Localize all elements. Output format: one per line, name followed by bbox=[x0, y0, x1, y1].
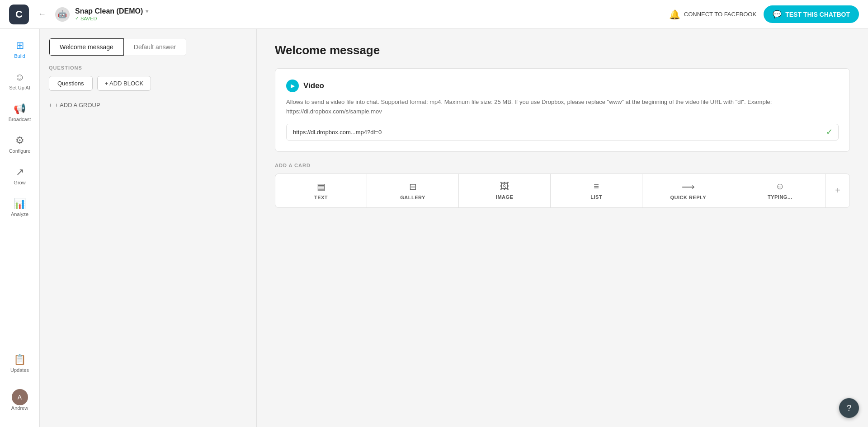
card-description: Allows to send a video file into chat. S… bbox=[286, 98, 839, 117]
check-icon: ✓ bbox=[821, 127, 838, 137]
ai-icon: ☺ bbox=[14, 71, 24, 83]
add-block-bar: Questions + ADD BLOCK bbox=[49, 76, 247, 91]
bot-name: Snap Clean (DEMO) ▾ bbox=[75, 7, 148, 15]
play-icon: ▶ bbox=[286, 80, 299, 92]
questions-section-label: QUESTIONS bbox=[49, 65, 247, 70]
sidebar-item-configure[interactable]: ⚙ Configure bbox=[3, 129, 37, 159]
image-card-icon: 🖼 bbox=[500, 181, 509, 192]
questions-button[interactable]: Questions bbox=[49, 76, 93, 91]
add-card-section: ADD A CARD ▤ TEXT ⊟ GALLERY 🖼 IMAGE ≡ LI… bbox=[275, 163, 850, 208]
card-type-typing[interactable]: ☺ TYPING... bbox=[734, 174, 826, 207]
plus-icon: + bbox=[835, 185, 840, 196]
header: C ← 🤖 Snap Clean (DEMO) ▾ ✓ SAVED 🔔 CONN… bbox=[0, 0, 868, 29]
sidebar-item-user[interactable]: A Andrew bbox=[3, 384, 37, 416]
gallery-card-label: GALLERY bbox=[400, 195, 425, 200]
plus-icon: + bbox=[49, 102, 52, 108]
sidebar-bottom: 📋 Updates A Andrew bbox=[3, 348, 37, 422]
text-card-label: TEXT bbox=[314, 195, 328, 200]
list-card-label: LIST bbox=[590, 194, 602, 200]
configure-icon: ⚙ bbox=[15, 135, 24, 146]
add-more-card-type-button[interactable]: + bbox=[826, 174, 849, 207]
bot-info: Snap Clean (DEMO) ▾ ✓ SAVED bbox=[75, 7, 148, 21]
analyze-icon: 📊 bbox=[14, 198, 26, 210]
image-card-label: IMAGE bbox=[496, 194, 514, 200]
card-type-image[interactable]: 🖼 IMAGE bbox=[459, 174, 551, 207]
updates-icon: 📋 bbox=[14, 354, 26, 366]
add-card-label: ADD A CARD bbox=[275, 163, 850, 168]
url-input-row: ✓ bbox=[286, 124, 839, 141]
page-title: Welcome message bbox=[275, 43, 850, 57]
quick-reply-label: QUICK REPLY bbox=[670, 195, 706, 200]
sidebar-item-broadcast[interactable]: 📢 Broadcast bbox=[3, 98, 37, 127]
card-title: Video bbox=[303, 81, 324, 90]
card-type-gallery[interactable]: ⊟ GALLERY bbox=[367, 174, 459, 207]
sidebar-item-setup-ai[interactable]: ☺ Set Up AI bbox=[3, 66, 37, 96]
card-types-bar: ▤ TEXT ⊟ GALLERY 🖼 IMAGE ≡ LIST ⟶ QUI bbox=[275, 174, 850, 208]
app-logo: C bbox=[9, 5, 29, 24]
typing-label: TYPING... bbox=[768, 194, 793, 200]
card-type-quick-reply[interactable]: ⟶ QUICK REPLY bbox=[642, 174, 734, 207]
bot-avatar: 🤖 bbox=[55, 7, 70, 22]
add-block-button[interactable]: + ADD BLOCK bbox=[97, 76, 151, 91]
grow-icon: ↗ bbox=[16, 166, 24, 178]
test-chatbot-button[interactable]: 💬 TEST THIS CHATBOT bbox=[764, 5, 859, 23]
main-layout: ⊞ Build ☺ Set Up AI 📢 Broadcast ⚙ Config… bbox=[0, 29, 868, 427]
typing-icon: ☺ bbox=[775, 181, 784, 192]
left-panel: Welcome message Default answer QUESTIONS… bbox=[40, 29, 257, 427]
add-group-button[interactable]: + + ADD A GROUP bbox=[49, 100, 247, 110]
sidebar-item-grow[interactable]: ↗ Grow bbox=[3, 161, 37, 191]
saved-badge: ✓ SAVED bbox=[75, 15, 148, 21]
sidebar: ⊞ Build ☺ Set Up AI 📢 Broadcast ⚙ Config… bbox=[0, 29, 40, 427]
list-card-icon: ≡ bbox=[594, 181, 599, 192]
quick-reply-icon: ⟶ bbox=[682, 181, 695, 192]
tab-bar: Welcome message Default answer bbox=[49, 38, 186, 56]
gallery-card-icon: ⊟ bbox=[409, 181, 417, 192]
tab-welcome-message[interactable]: Welcome message bbox=[49, 38, 124, 56]
video-card: ▶ Video Allows to send a video file into… bbox=[275, 68, 850, 152]
right-panel: Welcome message ▶ Video Allows to send a… bbox=[257, 29, 868, 427]
broadcast-icon: 📢 bbox=[14, 103, 26, 115]
sidebar-item-analyze[interactable]: 📊 Analyze bbox=[3, 192, 37, 222]
help-button[interactable]: ? bbox=[839, 398, 859, 418]
card-header: ▶ Video bbox=[286, 80, 839, 92]
header-right: 🔔 CONNECT TO FACEBOOK 💬 TEST THIS CHATBO… bbox=[669, 5, 859, 23]
check-icon: ✓ bbox=[75, 15, 79, 21]
chevron-down-icon: ▾ bbox=[146, 8, 148, 14]
sidebar-item-updates[interactable]: 📋 Updates bbox=[3, 348, 37, 378]
avatar: A bbox=[12, 389, 28, 405]
messenger-icon: 💬 bbox=[773, 10, 782, 19]
connect-facebook-button[interactable]: 🔔 CONNECT TO FACEBOOK bbox=[669, 9, 756, 20]
url-input[interactable] bbox=[287, 124, 821, 140]
back-button[interactable]: ← bbox=[34, 8, 50, 21]
card-type-text[interactable]: ▤ TEXT bbox=[275, 174, 367, 207]
tab-default-answer[interactable]: Default answer bbox=[124, 38, 186, 56]
text-card-icon: ▤ bbox=[317, 181, 326, 192]
sidebar-item-build[interactable]: ⊞ Build bbox=[3, 34, 37, 64]
build-icon: ⊞ bbox=[16, 40, 24, 52]
header-left: C ← 🤖 Snap Clean (DEMO) ▾ ✓ SAVED bbox=[9, 5, 148, 24]
card-type-list[interactable]: ≡ LIST bbox=[551, 174, 642, 207]
bell-icon: 🔔 bbox=[669, 9, 680, 20]
